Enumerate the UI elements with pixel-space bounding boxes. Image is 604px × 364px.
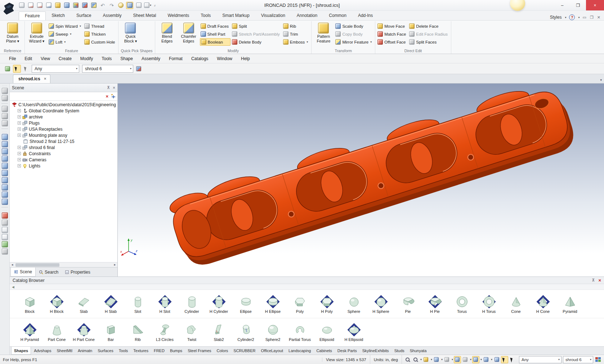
menu-format[interactable]: Format (165, 55, 187, 63)
ribbon-tab-sheet-metal[interactable]: Sheet Metal (127, 12, 162, 20)
catalog-item-h-ellipse[interactable]: H Ellipse (259, 295, 286, 314)
loft-button[interactable]: Loft▾ (48, 38, 83, 46)
scene-search-input[interactable] (11, 93, 103, 100)
menu-modify[interactable]: Modify (76, 55, 97, 63)
catalog-tab-textures[interactable]: Textures (131, 347, 151, 355)
spin-wizard-button[interactable]: Spin Wizard▾ (48, 22, 83, 30)
menu-edit[interactable]: Edit (21, 55, 36, 63)
render-mode-icon[interactable] (472, 356, 479, 363)
ribbon-tab-feature[interactable]: Feature (19, 12, 46, 20)
catalog-item-twist[interactable]: Twist (178, 323, 205, 342)
catalog-tab-studs[interactable]: Studs (392, 347, 407, 355)
ribbon-tab-assembly[interactable]: Assembly (97, 12, 127, 20)
emboss-button[interactable]: Emboss▾ (282, 38, 310, 46)
scene-hscrollbar[interactable]: ◄ ► (10, 262, 117, 267)
dimension-icon[interactable] (2, 220, 8, 226)
copy-view-icon[interactable]: ▾ (144, 2, 151, 9)
catalog-tab-surfaces[interactable]: Surfaces (95, 347, 116, 355)
view-cube-icon-9[interactable] (2, 192, 8, 198)
thicken-button[interactable]: Thicken (84, 30, 117, 38)
catalog-tab-shapes[interactable]: Shapes (11, 347, 31, 355)
split-button[interactable]: Split (231, 22, 282, 30)
styles-caret-icon[interactable]: ▾ (565, 16, 566, 19)
tree-expander-icon[interactable]: + (18, 164, 21, 167)
panel-close-icon[interactable]: × (113, 85, 115, 90)
return-select-icon[interactable] (4, 65, 12, 73)
tree-item-plugs[interactable]: +Plugs (10, 120, 117, 126)
delete-body-button[interactable]: Delete Body (231, 38, 282, 46)
extrude-wizard-button[interactable]: Extrude Wizard ▾ (26, 22, 47, 43)
tree-item-constraints[interactable]: +Constraints (10, 150, 117, 157)
tree-item-cameras[interactable]: +Cameras (10, 157, 117, 163)
pick-cursor-icon[interactable] (509, 356, 516, 363)
tree-expander-icon[interactable]: + (18, 127, 21, 131)
ribbon-tab-sketch[interactable]: Sketch (46, 12, 71, 20)
light-orb[interactable] (510, 0, 525, 11)
scale-body-button[interactable]: Scale Body (335, 22, 373, 30)
catalog-tab-landscaping[interactable]: Landscaping (286, 347, 313, 355)
doc-close-icon[interactable]: ✕ (597, 15, 601, 20)
viewport-3d[interactable]: y x z (118, 84, 604, 277)
boolean-tool-icon-3[interactable] (2, 120, 8, 126)
sweep-button[interactable]: Sweep▾ (48, 30, 83, 38)
camera-view-icon[interactable] (483, 356, 490, 363)
catalog-tab-tools[interactable]: Tools (116, 347, 131, 355)
menu-view[interactable]: View (37, 55, 54, 63)
catalog-tab-advshaps[interactable]: Advshaps (31, 347, 54, 355)
catalog-item-h-cone[interactable]: H Cone (529, 295, 556, 314)
clear-search-icon[interactable]: × (106, 94, 108, 99)
ribbon-tab-tools[interactable]: Tools (195, 12, 216, 20)
help-icon[interactable]: ? (569, 14, 575, 20)
document-tab[interactable]: shroud.ics × (13, 75, 50, 83)
shell-part-button[interactable]: Shell Part (200, 30, 231, 38)
view-cube-icon-10[interactable] (2, 199, 8, 205)
tree-item-c-users-public-documents-data-[interactable]: C:\Users\Public\Documents\data\2015\Engi… (10, 102, 117, 108)
catalog-item-slab[interactable]: Slab (70, 295, 97, 314)
view-cube-icon-6[interactable] (2, 170, 8, 176)
view-cube-icon-1[interactable] (2, 134, 8, 140)
open-folder-icon[interactable] (54, 2, 61, 9)
catalog-item-slab2[interactable]: Slab2 (205, 323, 232, 342)
offset-face-button[interactable]: Offset Face (377, 38, 408, 46)
catalog-item-l3-circles[interactable]: L3 Circles (151, 323, 178, 342)
tree-expander-icon[interactable]: + (18, 121, 21, 125)
catalog-item-pie[interactable]: Pie (394, 295, 421, 314)
render-icon[interactable] (72, 2, 79, 9)
view-cube-icon-3[interactable] (2, 148, 8, 154)
tree-item-usa-receptacles[interactable]: +USA Receptacles (10, 126, 117, 132)
catalog-tab-cabinets[interactable]: Cabinets (314, 347, 334, 355)
status-config-dropdown[interactable]: shroud 6▾ (563, 356, 593, 363)
menu-tools[interactable]: Tools (98, 55, 116, 63)
tree-expander-icon[interactable]: + (18, 158, 21, 161)
catalog-tab-shunyata[interactable]: Shunyata (407, 347, 429, 355)
menu-assembly[interactable]: Assembly (138, 55, 164, 63)
catalog-item-ellipsoid[interactable]: Ellipsoid (313, 323, 340, 342)
match-face-button[interactable]: Match Face (377, 30, 408, 38)
flip-view-icon[interactable] (493, 356, 500, 363)
doc-minimize-icon[interactable]: ▭ (583, 15, 587, 20)
catalog-item-part-cone[interactable]: Part Cone (43, 323, 70, 342)
tree-item-mounting-plate-assy[interactable]: +Mounting plate assy (10, 132, 117, 138)
catalog-item-bar[interactable]: Bar (97, 323, 124, 342)
catalog-tab-skylineexhibits[interactable]: SkylineExhibits (360, 347, 392, 355)
catalog-item-h-cylinder[interactable]: H Cylinder (205, 295, 232, 314)
catalog-item-h-sphere[interactable]: H Sphere (367, 295, 394, 314)
ellipse-tool-icon[interactable] (2, 234, 8, 240)
doc-restore-icon[interactable]: ❐ (590, 15, 594, 20)
blend-edges-button[interactable]: Blend Edges (157, 22, 178, 43)
datum-plane-button[interactable]: Datum Plane ▾ (2, 22, 23, 43)
toolbar-overflow-icon[interactable]: ⸗ (151, 3, 158, 8)
config-tree-icon[interactable] (135, 65, 143, 73)
tree-expander-icon[interactable]: + (18, 146, 21, 149)
catalog-item-sphere[interactable]: Sphere (340, 295, 367, 314)
catalog-tab-sheetmtl[interactable]: SheetMtl (54, 347, 75, 355)
minimize-button[interactable]: – (554, 0, 570, 10)
catalog-item-cone[interactable]: Cone (502, 295, 529, 314)
redo-icon[interactable]: ↷ (108, 2, 115, 9)
document-settings-icon[interactable] (45, 2, 52, 9)
shroud-part-model[interactable] (118, 84, 604, 277)
quick-block-button[interactable]: Quick Block ▾ (120, 22, 141, 43)
zoom-window-icon[interactable] (404, 356, 411, 363)
catalog-item-h-poly[interactable]: H Poly (313, 295, 340, 314)
selection-filter-dropdown[interactable]: Any▾ (32, 65, 79, 73)
